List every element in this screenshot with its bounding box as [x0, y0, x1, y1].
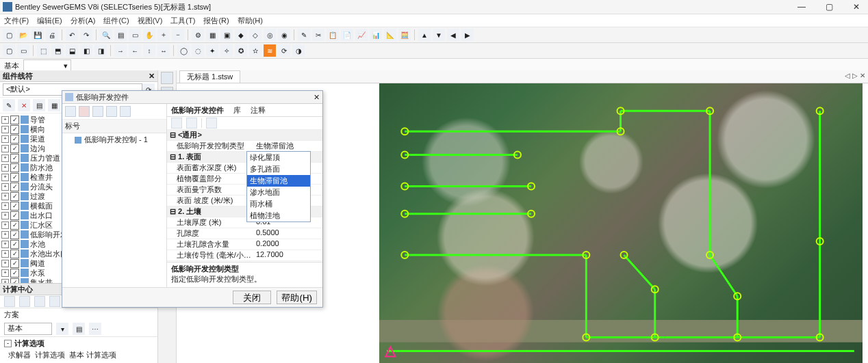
- tool-icon[interactable]: ▦: [48, 99, 60, 111]
- tool-icon[interactable]: ◇: [249, 29, 261, 41]
- calc-tool-icon[interactable]: [34, 296, 45, 307]
- dropdown-option[interactable]: 渗水地面: [247, 187, 310, 198]
- lid-list-item[interactable]: 低影响开发控制 - 1: [62, 133, 166, 146]
- tool-icon[interactable]: ◨: [94, 44, 107, 57]
- dropdown-option[interactable]: 绿化屋顶: [247, 152, 310, 163]
- expand-icon[interactable]: +: [1, 154, 9, 162]
- select-icon[interactable]: ▭: [129, 29, 141, 41]
- tool-icon[interactable]: ◉: [278, 29, 290, 41]
- checkbox[interactable]: ✓: [10, 259, 19, 268]
- tool-icon[interactable]: 📄: [341, 29, 353, 41]
- expand-icon[interactable]: +: [1, 116, 9, 124]
- dialog-titlebar[interactable]: 低影响开发控件 ✕: [62, 91, 322, 104]
- expand-icon[interactable]: +: [1, 202, 9, 210]
- tool-icon[interactable]: ▤: [33, 99, 45, 111]
- tool-icon[interactable]: ✪: [235, 44, 247, 57]
- expand-icon[interactable]: +: [1, 174, 9, 181]
- checkbox[interactable]: ✓: [10, 125, 19, 134]
- tool-icon[interactable]: ✦: [206, 44, 218, 57]
- tab-dock-controls[interactable]: ◁ ▷ ✕: [845, 72, 865, 79]
- checkbox[interactable]: ✓: [10, 154, 19, 163]
- checkbox[interactable]: ✓: [10, 240, 19, 249]
- checkbox[interactable]: ✓: [10, 163, 19, 172]
- tool-icon[interactable]: ⟳: [278, 44, 290, 57]
- layers-icon[interactable]: ▤: [114, 29, 127, 41]
- checkbox[interactable]: ✓: [10, 144, 19, 153]
- checkbox[interactable]: ✓: [10, 211, 19, 220]
- new-file-icon[interactable]: ▢: [3, 29, 15, 41]
- checkbox[interactable]: ✓: [10, 116, 19, 124]
- tool-icon[interactable]: ◯: [177, 44, 190, 57]
- tool-icon[interactable]: ▢: [3, 44, 15, 57]
- expand-icon[interactable]: +: [1, 241, 9, 248]
- new-item-icon[interactable]: [65, 106, 76, 117]
- lid-type-dropdown[interactable]: 绿化屋顶多孔路面生物滞留池渗水地面雨水桶植物洼地: [246, 151, 311, 222]
- tool-icon[interactable]: ⚙: [192, 29, 204, 41]
- menu-item[interactable]: 帮助(H): [238, 16, 263, 26]
- expand-icon[interactable]: +: [1, 260, 9, 267]
- tool-icon[interactable]: ▦: [206, 29, 218, 41]
- expand-icon[interactable]: +: [1, 145, 9, 152]
- expand-icon[interactable]: +: [1, 231, 9, 239]
- tool-icon[interactable]: ⬚: [37, 44, 49, 57]
- tool-icon[interactable]: ◧: [80, 44, 92, 57]
- menu-item[interactable]: 工具(T): [170, 16, 195, 26]
- redo-icon[interactable]: ↷: [80, 29, 92, 41]
- lid-type-combo[interactable]: 生物滞留池: [253, 141, 322, 151]
- expand-icon[interactable]: +: [1, 269, 9, 277]
- print-icon[interactable]: 🖨: [46, 29, 58, 41]
- tool-icon[interactable]: 📋: [327, 29, 339, 41]
- menu-item[interactable]: 组件(C): [103, 16, 129, 26]
- tool-icon[interactable]: ⬒: [51, 44, 64, 57]
- save-icon[interactable]: 💾: [31, 29, 44, 41]
- menu-item[interactable]: 分析(A): [71, 16, 96, 26]
- tool-icon[interactable]: 📊: [370, 29, 382, 41]
- expand-icon[interactable]: +: [1, 212, 9, 219]
- calc-run-icon[interactable]: [4, 296, 15, 307]
- property-grid[interactable]: ⊟ <通用> 低影响开发控制类型 生物滞留池 绿化屋顶多孔路面生物滞留池渗水地面…: [167, 130, 322, 262]
- tool-icon[interactable]: ◎: [264, 29, 276, 41]
- checkbox[interactable]: ✓: [10, 230, 19, 239]
- scheme-edit-icon[interactable]: ▾: [56, 323, 68, 335]
- maximize-button[interactable]: ▢: [820, 2, 838, 12]
- tool-icon[interactable]: ▭: [17, 44, 29, 57]
- tool-icon[interactable]: →: [114, 44, 127, 57]
- tool-icon[interactable]: ▼: [433, 29, 445, 41]
- tool-icon[interactable]: ⬓: [66, 44, 78, 57]
- sort-icon[interactable]: [186, 118, 197, 129]
- checkbox[interactable]: ✓: [10, 192, 19, 201]
- tool-icon[interactable]: ◌: [192, 44, 204, 57]
- dropdown-option[interactable]: 植物洼地: [247, 210, 310, 221]
- delete-item-icon[interactable]: [79, 106, 90, 117]
- zoom-out-icon[interactable]: －: [172, 29, 184, 41]
- checkbox[interactable]: ✓: [10, 221, 19, 230]
- dropdown-option[interactable]: 雨水桶: [247, 198, 310, 210]
- zoom-in-icon[interactable]: ＋: [157, 29, 170, 41]
- expand-icon[interactable]: +: [1, 221, 9, 229]
- document-tab[interactable]: 无标题 1.stsw: [179, 70, 240, 83]
- minimize-button[interactable]: —: [793, 2, 810, 12]
- close-button[interactable]: ✕: [847, 2, 865, 12]
- checkbox[interactable]: ✓: [10, 173, 19, 182]
- checkbox[interactable]: ✓: [10, 183, 19, 191]
- find-icon[interactable]: 🔍: [100, 29, 112, 41]
- tool-icon[interactable]: ✧: [220, 44, 233, 57]
- edit-icon[interactable]: ✎: [3, 99, 15, 111]
- tool-icon[interactable]: ◑: [292, 44, 305, 57]
- dialog-tab[interactable]: 低影响开发控件: [171, 105, 224, 116]
- menu-item[interactable]: 视图(V): [138, 16, 163, 26]
- tool-icon[interactable]: ✎: [298, 29, 310, 41]
- rename-icon[interactable]: [92, 106, 103, 117]
- tool-icon[interactable]: 📐: [384, 29, 396, 41]
- checkbox[interactable]: ✓: [10, 250, 19, 258]
- tool-icon[interactable]: ✫: [249, 44, 261, 57]
- expand-icon[interactable]: +: [1, 126, 9, 133]
- dialog-tab[interactable]: 库: [233, 105, 241, 116]
- dropdown-option[interactable]: 多孔路面: [247, 163, 310, 175]
- categorize-icon[interactable]: [171, 118, 182, 129]
- tool-icon[interactable]: ▲: [418, 29, 431, 41]
- menu-item[interactable]: 报告(R): [203, 16, 229, 26]
- undo-icon[interactable]: ↶: [66, 29, 78, 41]
- dialog-close-icon[interactable]: ✕: [314, 93, 320, 102]
- scheme-opts-icon[interactable]: ▤: [73, 323, 85, 335]
